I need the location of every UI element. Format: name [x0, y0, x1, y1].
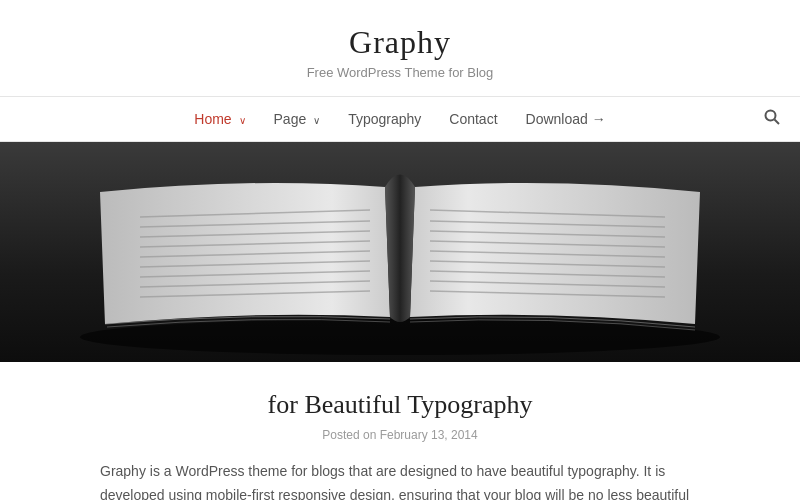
nav-item-home[interactable]: Home ∨	[180, 107, 259, 131]
hero-image	[0, 142, 800, 362]
chevron-down-icon: ∨	[239, 115, 246, 126]
nav-menu: Home ∨ Page ∨ Typography Contact Downloa…	[180, 107, 619, 131]
site-header: Graphy Free WordPress Theme for Blog	[0, 0, 800, 97]
search-icon[interactable]	[764, 109, 780, 129]
site-nav: Home ∨ Page ∨ Typography Contact Downloa…	[0, 97, 800, 142]
site-title: Graphy	[20, 24, 780, 61]
site-tagline: Free WordPress Theme for Blog	[20, 65, 780, 80]
post-meta: Posted on February 13, 2014	[100, 428, 700, 442]
svg-line-1	[775, 120, 780, 125]
chevron-down-icon: ∨	[313, 115, 320, 126]
nav-item-contact[interactable]: Contact	[435, 107, 511, 131]
svg-point-0	[766, 111, 776, 121]
nav-item-typography[interactable]: Typography	[334, 107, 435, 131]
post-title: for Beautiful Typography	[100, 390, 700, 420]
nav-item-page[interactable]: Page ∨	[260, 107, 335, 131]
post-excerpt: Graphy is a WordPress theme for blogs th…	[100, 460, 700, 500]
nav-item-download[interactable]: Download →	[512, 107, 620, 131]
content-area: for Beautiful Typography Posted on Febru…	[80, 362, 720, 500]
